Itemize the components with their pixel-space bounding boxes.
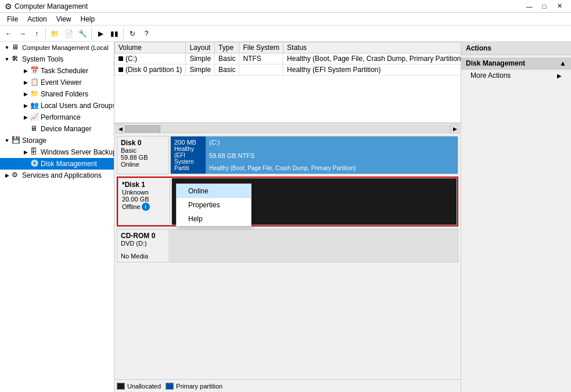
tree-panel: ▼ 🖥 Computer Management (Local ▼ 🛠 Syste…	[0, 42, 114, 392]
scroll-thumb[interactable]	[125, 125, 160, 132]
table-row[interactable]: (Disk 0 partition 1) Simple Basic Health…	[115, 64, 461, 75]
toolbar: ← → ↑ 📁 📄 🔧 ▶ ▮▮ ↻ ?	[0, 26, 571, 42]
forward-button[interactable]: →	[16, 27, 29, 40]
cdrom0-media: No Media	[121, 253, 165, 260]
sidebar-item-task-scheduler[interactable]: ▶ 📅 Task Scheduler	[0, 65, 114, 77]
tree-root[interactable]: ▼ 🖥 Computer Management (Local	[0, 42, 114, 53]
col-type[interactable]: Type	[215, 42, 239, 53]
actions-header: Actions	[461, 42, 571, 55]
legend-primary-label: Primary partition	[176, 383, 222, 390]
disk1-type: Unknown	[122, 189, 166, 196]
sidebar-item-device-manager[interactable]: 🖥 Device Manager	[0, 123, 114, 135]
expand-performance[interactable]: ▶	[21, 113, 30, 122]
root-label: Computer Management (Local	[22, 44, 109, 51]
disk0-row: Disk 0 Basic 59.88 GB Online 200 MB Heal…	[117, 136, 458, 174]
col-layout[interactable]: Layout	[186, 42, 215, 53]
maximize-button[interactable]: □	[537, 1, 551, 12]
disk0-label: Disk 0 Basic 59.88 GB Online	[117, 136, 169, 174]
vol-name-disk0p1: (Disk 0 partition 1)	[115, 64, 186, 75]
window-title: Computer Management	[15, 2, 88, 10]
menu-file[interactable]: File	[2, 13, 23, 26]
sidebar-item-system-tools[interactable]: ▼ 🛠 System Tools	[0, 53, 114, 65]
disk0-ntfs-size: 59.68 GB NTFS	[209, 152, 454, 159]
app-icon: ⚙	[5, 2, 12, 11]
actions-collapse-icon: ▲	[559, 59, 566, 67]
volume-table-container: Volume Layout Type File System Status (C…	[114, 42, 461, 123]
wrench-button[interactable]: 🔧	[76, 27, 89, 40]
actions-section-title-disk-management[interactable]: Disk Management ▲	[461, 57, 571, 70]
col-volume[interactable]: Volume	[115, 42, 186, 53]
local-users-icon: 👥	[30, 101, 39, 110]
col-status[interactable]: Status	[283, 42, 461, 53]
title-bar: ⚙ Computer Management — □ ✕	[0, 0, 571, 13]
expand-shared-folders[interactable]: ▶	[21, 89, 30, 99]
folder-button[interactable]: 📁	[48, 27, 61, 40]
disk-mgmt-label: Disk Management	[41, 160, 97, 168]
legend-unallocated-box	[117, 383, 125, 390]
toolbar-separator-3	[123, 28, 124, 39]
ctx-online[interactable]: Online	[177, 184, 251, 198]
expand-event-viewer[interactable]: ▶	[21, 78, 30, 87]
sidebar-item-event-viewer[interactable]: ▶ 📋 Event Viewer	[0, 77, 114, 88]
scroll-track[interactable]	[125, 125, 450, 133]
doc-button[interactable]: 📄	[62, 27, 75, 40]
pause-button[interactable]: ▮▮	[108, 27, 121, 40]
vol-status-disk0p1: Healthy (EFI System Partition)	[283, 64, 461, 75]
disk0-efi-partition[interactable]: 200 MB Healthy (EFI System Partiti	[171, 136, 206, 174]
sidebar-item-windows-server-backup[interactable]: ▶ 🗄 Windows Server Backup	[0, 146, 114, 158]
sidebar-item-shared-folders[interactable]: ▶ 📁 Shared Folders	[0, 88, 114, 100]
scroll-right-arrow[interactable]: ▶	[450, 124, 459, 134]
refresh-button[interactable]: ↻	[126, 27, 139, 40]
ctx-help[interactable]: Help	[177, 212, 251, 226]
close-button[interactable]: ✕	[552, 1, 566, 12]
volume-table: Volume Layout Type File System Status (C…	[114, 42, 461, 75]
performance-icon: 📈	[30, 113, 39, 122]
sidebar-item-services-and-applications[interactable]: ▶ ⚙ Services and Applications	[0, 170, 114, 181]
expand-wsb[interactable]: ▶	[21, 148, 30, 157]
disk0-size: 59.88 GB	[121, 154, 165, 161]
legend-unallocated: Unallocated	[117, 383, 161, 390]
back-button[interactable]: ←	[2, 27, 15, 40]
expand-task-scheduler[interactable]: ▶	[21, 66, 30, 75]
disk0-ntfs-partition[interactable]: (C:) 59.68 GB NTFS Healthy (Boot, Page F…	[206, 136, 458, 174]
sidebar-item-disk-management[interactable]: 💿 Disk Management	[0, 158, 114, 170]
event-viewer-label: Event Viewer	[41, 78, 81, 87]
menu-action[interactable]: Action	[23, 13, 51, 26]
performance-label: Performance	[41, 113, 81, 121]
disk1-name: *Disk 1	[122, 181, 166, 189]
expand-storage[interactable]: ▼	[2, 136, 12, 145]
system-tools-icon: 🛠	[12, 55, 21, 64]
help-button[interactable]: ?	[140, 27, 153, 40]
services-icon: ⚙	[12, 171, 21, 180]
minimize-button[interactable]: —	[522, 1, 536, 12]
vol-layout-c: Simple	[186, 53, 215, 64]
table-row[interactable]: (C:) Simple Basic NTFS Healthy (Boot, Pa…	[115, 53, 461, 64]
scroll-left-arrow[interactable]: ◀	[116, 124, 125, 134]
offline-info-icon: i	[142, 203, 150, 211]
menu-view[interactable]: View	[52, 13, 76, 26]
expand-local-users[interactable]: ▶	[21, 101, 30, 110]
table-scrollbar[interactable]: ◀ ▶	[114, 123, 461, 134]
vol-layout-disk0p1: Simple	[186, 64, 215, 75]
ctx-properties[interactable]: Properties	[177, 198, 251, 212]
vol-name-c: (C:)	[115, 53, 186, 64]
disk-area: Disk 0 Basic 59.88 GB Online 200 MB Heal…	[114, 134, 461, 379]
task-scheduler-label: Task Scheduler	[41, 67, 88, 75]
sidebar-item-performance[interactable]: ▶ 📈 Performance	[0, 112, 114, 123]
sidebar-item-storage[interactable]: ▼ 💾 Storage	[0, 135, 114, 146]
vol-fs-c: NTFS	[239, 53, 283, 64]
actions-panel: Actions Disk Management ▲ More Actions ▶	[461, 42, 571, 392]
expand-services[interactable]: ▶	[2, 171, 12, 180]
actions-section-disk-management: Disk Management ▲ More Actions ▶	[461, 55, 571, 84]
expand-root[interactable]: ▼	[2, 43, 12, 52]
menu-help[interactable]: Help	[76, 13, 100, 26]
col-filesystem[interactable]: File System	[239, 42, 283, 53]
run-button[interactable]: ▶	[94, 27, 107, 40]
sidebar-item-local-users[interactable]: ▶ 👥 Local Users and Groups	[0, 100, 114, 112]
cdrom0-label: CD-ROM 0 DVD (D:) No Media	[117, 229, 169, 262]
up-button[interactable]: ↑	[30, 27, 43, 40]
disk1-row: *Disk 1 Unknown 20.00 GB Offline i	[117, 177, 458, 226]
actions-more-actions[interactable]: More Actions ▶	[461, 70, 571, 81]
storage-label: Storage	[22, 136, 46, 145]
expand-system-tools[interactable]: ▼	[2, 55, 12, 64]
